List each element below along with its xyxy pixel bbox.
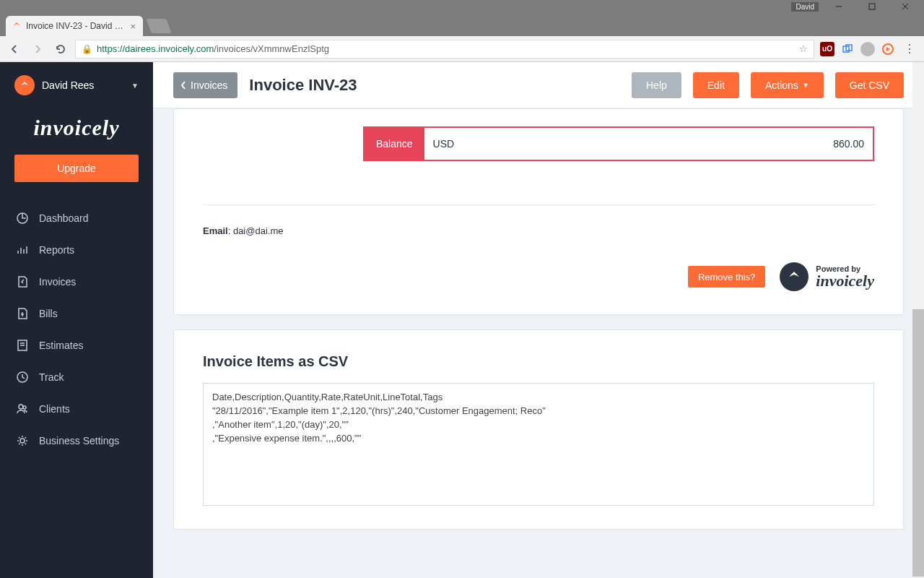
extension-icon-2[interactable] <box>881 42 895 56</box>
svg-point-12 <box>20 439 25 443</box>
ublock-extension-icon[interactable]: uO <box>820 42 834 56</box>
window-user-tag: David <box>791 2 819 12</box>
powered-by-badge[interactable]: Powered by invoicely <box>780 262 874 291</box>
url-host: https://dairees.invoicely.com <box>97 43 214 54</box>
nav-label: Invoices <box>39 276 76 288</box>
sidebar-nav: Dashboard Reports Invoices Bills Estimat… <box>0 202 153 457</box>
content-scroll[interactable]: Balance USD 860.00 Email: dai@dai.me Rem… <box>153 108 924 578</box>
back-label: Invoices <box>191 79 227 91</box>
brand-logo: invoicely <box>0 108 153 155</box>
extension-icon[interactable] <box>840 42 855 56</box>
nav-label: Business Settings <box>39 435 119 447</box>
actions-label: Actions <box>765 79 798 91</box>
reports-icon <box>16 243 29 256</box>
clients-icon <box>16 402 29 415</box>
browser-back-button[interactable] <box>6 40 23 58</box>
page-title: Invoice INV-23 <box>249 76 620 95</box>
back-to-invoices-button[interactable]: Invoices <box>173 72 237 98</box>
sidebar-item-reports[interactable]: Reports <box>6 234 147 266</box>
tab-title: Invoice INV-23 - David R… <box>26 21 128 31</box>
address-bar[interactable]: 🔒 https://dairees.invoicely.com/invoices… <box>75 40 814 59</box>
user-menu[interactable]: David Rees ▼ <box>0 62 153 108</box>
sidebar: David Rees ▼ invoicely Upgrade Dashboard… <box>0 62 153 578</box>
browser-forward-button[interactable] <box>29 40 46 58</box>
svg-rect-1 <box>869 4 875 9</box>
estimates-icon <box>16 339 29 352</box>
browser-tabstrip: Invoice INV-23 - David R… × <box>0 13 924 36</box>
invoicely-logo-icon <box>780 262 808 291</box>
csv-card: Invoice Items as CSV Date,Description,Qu… <box>173 329 904 530</box>
help-button[interactable]: Help <box>632 72 681 98</box>
email-value: : dai@dai.me <box>228 225 284 236</box>
upgrade-button[interactable]: Upgrade <box>14 155 139 182</box>
csv-heading: Invoice Items as CSV <box>203 353 874 370</box>
get-csv-button[interactable]: Get CSV <box>835 72 904 98</box>
window-titlebar: David <box>0 0 924 13</box>
user-avatar-icon <box>14 75 35 95</box>
main-content: Invoices Invoice INV-23 Help Edit Action… <box>153 62 924 578</box>
sidebar-item-business-settings[interactable]: Business Settings <box>6 425 147 457</box>
csv-output[interactable]: Date,Description,Quantity,Rate,RateUnit,… <box>203 383 874 506</box>
browser-menu-button[interactable]: ⋮ <box>901 40 918 58</box>
window-minimize-button[interactable] <box>823 0 855 13</box>
email-label: Email <box>203 225 228 236</box>
sidebar-item-invoices[interactable]: Invoices <box>6 266 147 298</box>
balance-amount: 860.00 <box>833 138 864 150</box>
sidebar-item-bills[interactable]: Bills <box>6 298 147 329</box>
browser-reload-button[interactable] <box>52 40 69 58</box>
sidebar-item-track[interactable]: Track <box>6 361 147 393</box>
sidebar-item-estimates[interactable]: Estimates <box>6 329 147 361</box>
url-path: /invoices/vXmmnwEnzlSptg <box>214 43 329 54</box>
window-close-button[interactable] <box>889 0 921 13</box>
nav-label: Track <box>39 371 64 383</box>
browser-toolbar: 🔒 https://dairees.invoicely.com/invoices… <box>0 36 924 62</box>
new-tab-button[interactable] <box>146 19 171 33</box>
bookmark-star-icon[interactable]: ☆ <box>799 43 808 54</box>
window-maximize-button[interactable] <box>856 0 888 13</box>
balance-row: Balance USD 860.00 <box>363 126 874 161</box>
track-icon <box>16 371 29 384</box>
tab-close-icon[interactable]: × <box>128 21 137 32</box>
browser-tab[interactable]: Invoice INV-23 - David R… × <box>6 16 143 36</box>
remove-this-button[interactable]: Remove this? <box>688 266 765 288</box>
sidebar-item-dashboard[interactable]: Dashboard <box>6 202 147 234</box>
dashboard-icon <box>16 212 29 225</box>
invoice-footer: Remove this? Powered by invoicely <box>203 262 874 291</box>
profile-icon[interactable] <box>860 42 875 56</box>
balance-label: Balance <box>365 128 424 160</box>
nav-label: Clients <box>39 403 70 415</box>
topbar: Invoices Invoice INV-23 Help Edit Action… <box>153 62 924 108</box>
scrollbar-thumb[interactable] <box>912 309 924 577</box>
nav-label: Estimates <box>39 340 83 351</box>
actions-button[interactable]: Actions ▼ <box>751 72 824 98</box>
user-name: David Rees <box>42 79 124 91</box>
chevron-down-icon: ▼ <box>131 82 139 90</box>
edit-button[interactable]: Edit <box>693 72 739 98</box>
page-scrollbar[interactable] <box>912 62 924 578</box>
bills-icon <box>16 307 29 320</box>
chevron-down-icon: ▼ <box>803 82 809 89</box>
nav-label: Bills <box>39 308 58 319</box>
sidebar-item-clients[interactable]: Clients <box>6 393 147 425</box>
divider <box>203 204 874 205</box>
lock-icon: 🔒 <box>82 44 92 54</box>
powered-text: Powered by invoicely <box>816 265 874 289</box>
svg-point-11 <box>23 406 26 409</box>
invoices-icon <box>16 275 29 288</box>
invoice-card: Balance USD 860.00 Email: dai@dai.me Rem… <box>173 108 904 315</box>
nav-label: Reports <box>39 244 74 256</box>
balance-currency: USD <box>433 138 455 150</box>
balance-body: USD 860.00 <box>424 128 873 160</box>
tab-favicon-icon <box>12 21 22 31</box>
email-row: Email: dai@dai.me <box>203 225 874 236</box>
nav-label: Dashboard <box>39 212 89 224</box>
settings-icon <box>16 434 29 447</box>
svg-point-10 <box>19 405 23 409</box>
